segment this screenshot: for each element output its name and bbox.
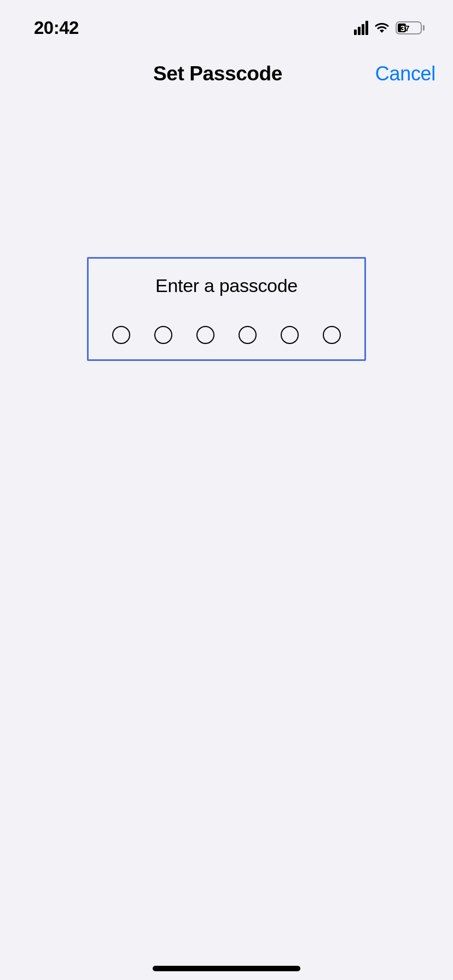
- wifi-icon: [374, 21, 390, 34]
- passcode-dot: [239, 326, 257, 344]
- status-indicators: 37: [354, 21, 425, 35]
- passcode-prompt-label: Enter a passcode: [89, 275, 364, 296]
- battery-icon: 37: [396, 21, 425, 34]
- status-bar: 20:42 37: [0, 0, 453, 44]
- home-indicator[interactable]: [153, 966, 300, 971]
- navigation-bar: Set Passcode Cancel: [0, 52, 453, 96]
- passcode-dot: [154, 326, 172, 344]
- passcode-dots-row: [89, 326, 364, 344]
- passcode-dot: [323, 326, 341, 344]
- passcode-input-area[interactable]: Enter a passcode: [87, 257, 366, 361]
- cellular-signal-icon: [354, 21, 368, 35]
- page-title: Set Passcode: [153, 62, 282, 85]
- passcode-dot: [281, 326, 299, 344]
- passcode-dot: [112, 326, 130, 344]
- status-time: 20:42: [34, 18, 79, 38]
- passcode-dot: [196, 326, 214, 344]
- cancel-button[interactable]: Cancel: [375, 62, 435, 85]
- battery-percent-label: 37: [400, 24, 410, 33]
